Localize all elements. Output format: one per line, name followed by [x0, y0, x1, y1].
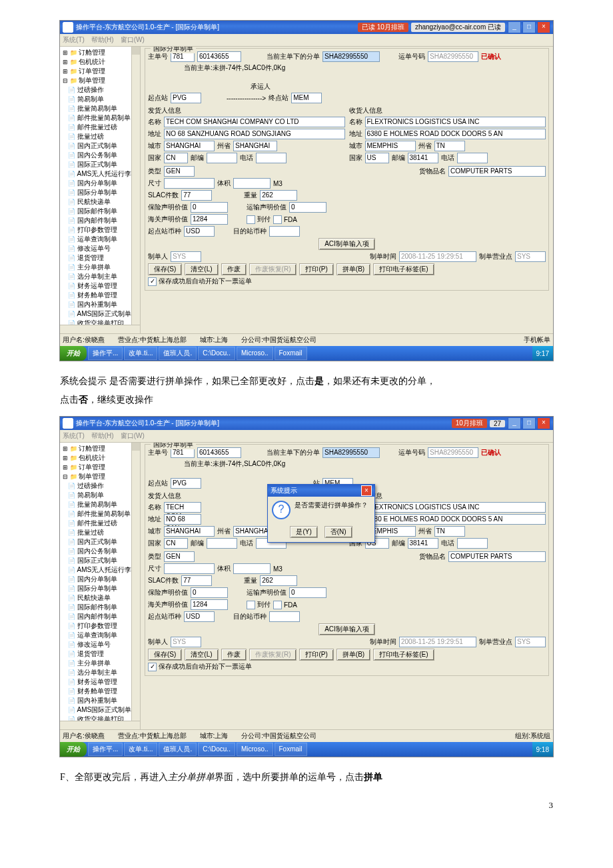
receiver-addr[interactable]: 6380 E HOLMES ROAD DOCK DOORS 5 AN	[365, 514, 546, 525]
tree-item[interactable]: 制单管理	[63, 472, 140, 481]
save-button[interactable]: 保存(S)	[148, 263, 182, 275]
tree-hscroll[interactable]	[60, 721, 140, 729]
tree-item[interactable]: 订舱管理	[63, 444, 140, 453]
aci-button[interactable]: ACI制单输入项	[318, 623, 375, 635]
tree-item[interactable]: 国际分单制单	[63, 584, 140, 593]
receiver-addr[interactable]: 6380 E HOLMES ROAD DOCK DOORS 5 AN	[365, 129, 546, 139]
tree-item[interactable]: 运单查询制单	[63, 631, 140, 640]
nav-tree[interactable]: 订舱管理 包机统计 订单管理 制单管理 过磅操作 简易制单 批量简易制单 邮件批…	[60, 443, 141, 729]
insurance-input[interactable]: 0	[191, 587, 228, 598]
menu-help[interactable]: 帮助(H)	[91, 431, 114, 441]
menu-window[interactable]: 窗口(W)	[121, 35, 145, 45]
tree-item[interactable]: 国内公务制单	[63, 151, 140, 160]
customs-input[interactable]: 1284	[191, 599, 228, 610]
menu-help[interactable]: 帮助(H)	[91, 35, 114, 45]
sender-post[interactable]	[207, 153, 237, 163]
tree-item[interactable]: 国内补重制单	[63, 300, 140, 309]
customs-input[interactable]: 1284	[191, 214, 228, 225]
sender-addr[interactable]: NO 68 SANZHUANG ROAD SONGJIANG	[164, 129, 345, 139]
void-button[interactable]: 作废	[221, 649, 247, 661]
tree-item[interactable]: 财务舱单管理	[63, 291, 140, 300]
task-item[interactable]: Foxmail	[275, 347, 307, 360]
weight-input[interactable]: 262	[260, 575, 297, 586]
clear-button[interactable]: 清空(L)	[185, 649, 218, 661]
receiver-tel[interactable]	[457, 538, 488, 549]
origin-input[interactable]: PVG	[171, 478, 201, 489]
receiver-prov[interactable]: TN	[434, 526, 465, 537]
sender-country[interactable]: CN	[164, 538, 188, 549]
tree-item[interactable]: AMS国际正式制单	[63, 705, 140, 715]
receiver-post[interactable]: 38141	[408, 153, 438, 163]
tree-item[interactable]: 过磅操作	[63, 85, 140, 95]
tree-item[interactable]: 订舱管理	[63, 48, 140, 57]
tree-item[interactable]: 国内分单制单	[63, 575, 140, 584]
size-input[interactable]	[164, 563, 215, 574]
weight-input[interactable]: 262	[260, 190, 297, 201]
vol-input[interactable]	[233, 178, 271, 189]
merge-button[interactable]: 拼单(B)	[336, 263, 370, 275]
tree-item[interactable]: 批量过磅	[63, 528, 140, 537]
start-button[interactable]: 开始	[60, 742, 87, 757]
print-button[interactable]: 打印(P)	[299, 649, 333, 661]
receiver-prov[interactable]: TN	[434, 141, 465, 151]
tree-item[interactable]: 订单管理	[63, 67, 140, 76]
restore-button[interactable]: □	[522, 417, 536, 429]
daofu-checkbox[interactable]: 到付	[247, 600, 271, 609]
current-zhudan-select[interactable]: SHA82995550	[322, 447, 380, 458]
zhudan-number[interactable]: 60143655	[197, 51, 241, 62]
tree-scroll[interactable]	[131, 443, 140, 729]
curr-to-input[interactable]	[269, 611, 300, 622]
tree-item[interactable]: 退货管理	[63, 253, 140, 263]
yundan-number[interactable]: SHA82995550	[428, 447, 478, 458]
tree-item[interactable]: 国内分单制单	[63, 179, 140, 188]
tree-item[interactable]: 主分单拼单	[63, 659, 140, 668]
tree-item[interactable]: 财务运单管理	[63, 677, 140, 687]
tree-item[interactable]: 邮件批量简易制单	[63, 509, 140, 519]
transport-input[interactable]: 0	[289, 587, 326, 598]
tree-item[interactable]: 修改运单号	[63, 640, 140, 649]
tree-item[interactable]: AMS无人托运行李制	[63, 169, 140, 179]
close-button[interactable]: ×	[537, 417, 550, 429]
start-button[interactable]: 开始	[60, 346, 87, 361]
sender-addr[interactable]: NO 68 SAN	[164, 514, 201, 525]
auto-next-checkbox[interactable]: ✓保存成功后自动开始下一票运单	[148, 662, 252, 671]
task-item[interactable]: Microso..	[237, 347, 273, 360]
zhudan-number[interactable]: 60143655	[197, 447, 241, 458]
curr-from-input[interactable]: USD	[184, 226, 215, 237]
task-item[interactable]: 操作平...	[88, 347, 123, 360]
menu-system[interactable]: 系统(T)	[63, 431, 85, 441]
slac-input[interactable]: 77	[181, 190, 212, 201]
sender-name[interactable]: TECH COM SHANGHAI COMPANY CO LTD	[164, 117, 345, 127]
vol-input[interactable]	[233, 563, 271, 574]
sender-name[interactable]: TECH COM	[164, 502, 201, 513]
curr-from-input[interactable]: USD	[184, 611, 215, 622]
sender-city[interactable]: SHANGHAI	[164, 526, 215, 537]
tree-item[interactable]: 选分单制主单	[63, 668, 140, 677]
receiver-tel[interactable]	[457, 153, 488, 163]
tree-item[interactable]: 财务舱单管理	[63, 687, 140, 696]
tree-item[interactable]: 国内正式制单	[63, 537, 140, 547]
type-input[interactable]: GEN	[164, 166, 195, 177]
current-zhudan-select[interactable]: SHA82995550	[322, 51, 380, 62]
receiver-post[interactable]: 38141	[408, 538, 438, 549]
tree-item[interactable]: 批量简易制单	[63, 104, 140, 113]
goodsname-input[interactable]: COMPUTER PARTS	[448, 166, 546, 177]
task-item[interactable]: 改单.ti...	[124, 743, 157, 756]
tree-item[interactable]: 订单管理	[63, 463, 140, 472]
tree-item[interactable]: 财务运单管理	[63, 281, 140, 291]
task-item[interactable]: C:\Docu..	[198, 347, 235, 360]
fda-checkbox[interactable]: FDA	[273, 215, 297, 224]
min-button[interactable]: _	[508, 417, 521, 429]
task-item[interactable]: Microso..	[237, 743, 273, 756]
dialog-yes-button[interactable]: 是(Y)	[290, 526, 317, 538]
tree-item[interactable]: 国际邮件制单	[63, 603, 140, 612]
origin-input[interactable]: PVG	[171, 93, 201, 103]
tree-item[interactable]: 国际正式制单	[63, 160, 140, 169]
tree-hscroll[interactable]	[60, 325, 140, 333]
aci-button[interactable]: ACI制单输入项	[318, 238, 375, 250]
tree-item[interactable]: 运单查询制单	[63, 235, 140, 244]
fda-checkbox[interactable]: FDA	[273, 601, 297, 609]
task-item[interactable]: 改单.ti...	[124, 347, 157, 360]
sender-tel[interactable]	[256, 153, 287, 163]
goodsname-input[interactable]: COMPUTER PARTS	[448, 551, 546, 562]
